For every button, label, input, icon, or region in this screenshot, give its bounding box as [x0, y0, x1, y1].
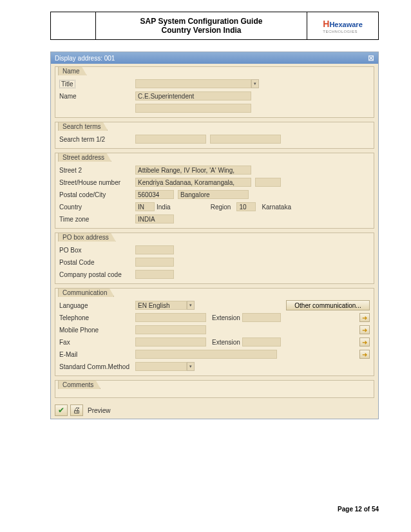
- vendor-logo: HHexaware TECHNOLOGIES: [307, 12, 378, 39]
- dropdown-icon[interactable]: ▾: [251, 79, 259, 88]
- label-street2: Street 2: [59, 167, 135, 174]
- label-mobile: Mobile Phone: [59, 327, 135, 334]
- input-name2[interactable]: [135, 104, 251, 113]
- input-region[interactable]: 10: [236, 202, 256, 211]
- input-city[interactable]: Bangalore: [178, 190, 249, 199]
- arrow-right-icon[interactable]: ➜: [359, 337, 370, 347]
- group-communication: Communication Language EN English▾ Other…: [55, 288, 374, 376]
- input-tel[interactable]: [135, 313, 206, 322]
- label-pobox-postal: Postal Code: [59, 259, 135, 266]
- input-email[interactable]: [135, 350, 277, 359]
- sap-dialog: Display address: 001 ⊠ Name Title ▾ Name…: [50, 52, 379, 419]
- label-name: Name: [59, 93, 135, 100]
- label-country: Country: [59, 204, 135, 211]
- label-tel: Telephone: [59, 314, 135, 321]
- input-tz[interactable]: INDIA: [135, 214, 174, 223]
- input-lang[interactable]: EN English: [135, 301, 187, 310]
- label-house: Street/House number: [59, 179, 135, 186]
- input-tel-ext[interactable]: [242, 313, 281, 322]
- dropdown-icon[interactable]: ▾: [187, 362, 195, 371]
- label-company-postal: Company postal code: [59, 271, 135, 278]
- dropdown-icon[interactable]: ▾: [187, 301, 195, 310]
- label-tz: Time zone: [59, 216, 135, 223]
- label-postal: Postal code/City: [59, 191, 135, 198]
- doc-header: SAP System Configuration Guide Country V…: [50, 12, 379, 40]
- input-country[interactable]: IN: [135, 202, 155, 211]
- input-fax[interactable]: [135, 337, 206, 347]
- group-legend-search: Search terms: [58, 122, 108, 131]
- check-button[interactable]: ✔: [55, 404, 68, 416]
- input-street2[interactable]: Attibele Range, IV Floor, 'A' Wing,: [135, 166, 251, 175]
- group-comments: Comments: [55, 380, 374, 398]
- input-house[interactable]: Kendriya Sadanaa, Koramangala,: [135, 178, 251, 187]
- label-title: Title: [59, 80, 75, 88]
- group-legend-comments: Comments: [58, 380, 100, 389]
- dialog-title: Display address: 001: [55, 55, 115, 62]
- label-std: Standard Comm.Method: [59, 363, 135, 370]
- preview-label: Preview: [86, 407, 113, 414]
- dialog-title-bar: Display address: 001 ⊠: [51, 52, 378, 64]
- input-pobox[interactable]: [135, 245, 174, 254]
- group-legend-pobox: PO box address: [58, 233, 116, 242]
- input-postal[interactable]: 560034: [135, 190, 174, 199]
- label-region: Region: [209, 204, 233, 211]
- print-icon[interactable]: 🖨: [70, 404, 83, 416]
- region-name: Karnataka: [260, 204, 293, 211]
- input-houseno[interactable]: [255, 178, 281, 187]
- input-mobile[interactable]: [135, 325, 206, 334]
- label-pobox: PO Box: [59, 247, 135, 254]
- input-title[interactable]: [135, 79, 251, 88]
- input-search1[interactable]: [135, 135, 206, 144]
- page-number: Page 12 of 54: [338, 506, 379, 513]
- country-name: India: [155, 204, 173, 211]
- arrow-right-icon[interactable]: ➜: [359, 313, 370, 322]
- input-std[interactable]: [135, 362, 187, 371]
- arrow-right-icon[interactable]: ➜: [359, 325, 370, 334]
- label-tel-ext: Extension: [210, 314, 242, 321]
- input-search2[interactable]: [210, 135, 281, 144]
- input-name[interactable]: C.E.Superintendent: [135, 91, 251, 100]
- label-search: Search term 1/2: [59, 136, 135, 143]
- group-legend-comm: Communication: [58, 288, 114, 297]
- dialog-toolbar: ✔ 🖨 Preview: [51, 402, 378, 419]
- arrow-right-icon[interactable]: ➜: [359, 350, 370, 359]
- input-pobox-postal[interactable]: [135, 258, 174, 267]
- label-fax-ext: Extension: [210, 339, 242, 346]
- group-name: Name Title ▾ Name C.E.Superintendent: [55, 66, 374, 118]
- input-fax-ext[interactable]: [242, 337, 281, 347]
- header-spacer: [51, 12, 96, 39]
- label-lang: Language: [59, 302, 135, 309]
- group-pobox: PO box address PO Box Postal Code Compan…: [55, 233, 374, 284]
- group-legend-name: Name: [58, 66, 87, 75]
- doc-title: SAP System Configuration Guide Country V…: [96, 12, 307, 39]
- group-search: Search terms Search term 1/2: [55, 122, 374, 149]
- other-communication-button[interactable]: Other communication...: [286, 300, 370, 310]
- input-company-postal[interactable]: [135, 270, 174, 279]
- label-fax: Fax: [59, 339, 135, 346]
- group-legend-street: Street address: [58, 153, 111, 162]
- group-street: Street address Street 2 Attibele Range, …: [55, 153, 374, 229]
- close-icon[interactable]: ⊠: [368, 53, 374, 62]
- label-email: E-Mail: [59, 351, 135, 358]
